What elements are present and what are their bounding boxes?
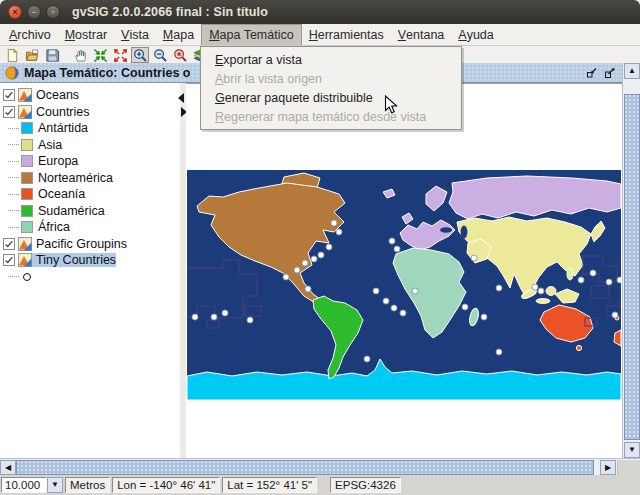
menu-item-regenerar-mapa-tematico: Regenerar mapa temático desde vista [201, 107, 461, 126]
world-map[interactable] [187, 170, 621, 400]
java-shape [536, 299, 550, 304]
layer-tree-panel: Oceans Countries Antártida Asia [0, 83, 180, 458]
menu-vista[interactable]: Vista [114, 24, 156, 45]
epsg-badge: EPSG:4326 [330, 477, 401, 493]
legend-swatch [21, 172, 33, 184]
minimize-icon[interactable]: − [27, 5, 41, 19]
layer-label: Countries [36, 105, 90, 119]
legend-label: Europa [38, 154, 78, 168]
scale-input[interactable]: 10.000 [1, 477, 47, 493]
legend-row-europa[interactable]: Europa [0, 153, 180, 170]
scroll-left-icon[interactable]: ◀ [0, 460, 16, 475]
menu-archivo[interactable]: Archivo [2, 24, 58, 45]
philippines-shape [567, 268, 573, 280]
menu-item-exportar-a-vista[interactable]: Exportar a vista [201, 50, 461, 69]
legend-label: Oceanía [38, 187, 85, 201]
tree-connector [8, 144, 19, 145]
mouse-cursor-icon [384, 95, 398, 115]
longitude-readout: Lon = -140° 46' 41" [112, 477, 220, 493]
layer-checkbox[interactable] [3, 89, 15, 101]
black-sea [440, 227, 452, 233]
window-title: gvSIG 2.0.0.2066 final : Sin título [72, 5, 268, 19]
tree-connector [8, 194, 19, 195]
borneo-shape [546, 287, 556, 296]
legend-row-antartida[interactable]: Antártida [0, 120, 180, 137]
save-icon[interactable] [43, 47, 61, 63]
layer-row-pacific-groupins[interactable]: Pacific Groupins [0, 236, 180, 253]
scroll-up-icon[interactable]: ▲ [624, 63, 640, 79]
legend-swatch [21, 188, 33, 200]
legend-swatch [21, 205, 33, 217]
menu-ayuda[interactable]: Ayuda [451, 24, 500, 45]
layer-label: Oceans [36, 88, 79, 102]
zoom-previous-icon[interactable] [111, 47, 129, 63]
legend-label: Norteamérica [38, 171, 113, 185]
scale-dropdown-icon[interactable]: ▼ [47, 477, 63, 493]
close-icon[interactable]: × [8, 5, 22, 19]
tree-connector [8, 128, 19, 129]
layer-icon [18, 253, 32, 267]
menu-item-generar-paquete-distribuible[interactable]: Generar paquete distribuible [201, 88, 461, 107]
mapa-tematico-menu: Exportar a vista Abrir la vista origen G… [200, 46, 462, 130]
menu-mostrar[interactable]: Mostrar [58, 24, 114, 45]
legend-label: Antártida [38, 121, 88, 135]
selected-layer-highlight: Tiny Countries [18, 253, 116, 267]
menubar: Archivo Mostrar Vista Mapa Mapa Temático… [0, 24, 640, 46]
horizontal-scrollbar[interactable]: ◀ ▶ [0, 458, 640, 475]
legend-row-point-symbol[interactable] [0, 269, 180, 286]
legend-row-africa[interactable]: África [0, 219, 180, 236]
new-document-icon[interactable] [3, 47, 21, 63]
menu-herramientas[interactable]: Herramientas [302, 24, 391, 45]
latitude-readout: Lat = 152° 41' 5" [222, 477, 317, 493]
tree-connector [8, 276, 19, 277]
layer-checkbox[interactable] [3, 254, 15, 266]
layer-checkbox[interactable] [3, 238, 15, 250]
tree-connector [8, 227, 19, 228]
zoom-out-icon[interactable] [151, 47, 169, 63]
layer-checkbox[interactable] [3, 106, 15, 118]
vertical-scrollbar-thumb[interactable] [624, 94, 640, 440]
legend-row-asia[interactable]: Asia [0, 137, 180, 154]
restore-window-icon[interactable] [586, 67, 598, 79]
layer-row-countries[interactable]: Countries [0, 104, 180, 121]
menu-ventana[interactable]: Ventana [391, 24, 452, 45]
scroll-down-icon[interactable]: ▼ [624, 442, 640, 458]
document-window-title: Mapa Temático: Countries o [24, 66, 190, 80]
zoom-extent-icon[interactable] [91, 47, 109, 63]
zoom-in-icon[interactable] [131, 47, 149, 63]
legend-swatch [21, 221, 33, 233]
menu-mapa-tematico[interactable]: Mapa Temático [201, 24, 302, 45]
legend-label: Asia [38, 138, 62, 152]
legend-swatch [21, 139, 33, 151]
gvsig-application-window: × − ▫ gvSIG 2.0.0.2066 final : Sin títul… [0, 0, 640, 495]
units-box: Metros [65, 477, 110, 493]
splitter-collapse-left-icon[interactable] [178, 93, 184, 103]
gvsig-document-icon [5, 66, 19, 80]
tree-connector [8, 161, 19, 162]
scroll-right-icon[interactable]: ▶ [600, 460, 616, 475]
maximize-window-icon[interactable] [604, 67, 616, 79]
layer-icon [18, 237, 32, 251]
maximize-icon[interactable]: ▫ [46, 5, 60, 19]
legend-swatch [21, 155, 33, 167]
open-project-icon[interactable] [23, 47, 41, 63]
legend-row-norteamerica[interactable]: Norteamérica [0, 170, 180, 187]
zoom-selection-icon[interactable] [171, 47, 189, 63]
point-symbol-icon [23, 273, 31, 281]
layer-row-tiny-countries[interactable]: Tiny Countries [0, 252, 180, 269]
pan-tool-icon[interactable] [71, 47, 89, 63]
menu-mapa[interactable]: Mapa [156, 24, 201, 45]
map-view[interactable] [186, 83, 622, 458]
horizontal-scrollbar-thumb[interactable] [16, 460, 594, 475]
legend-label: Sudamérica [38, 204, 105, 218]
os-titlebar: × − ▫ gvSIG 2.0.0.2066 final : Sin títul… [0, 0, 640, 24]
statusbar: 10.000 ▼ Metros Lon = -140° 46' 41" Lat … [0, 475, 640, 495]
layer-row-oceans[interactable]: Oceans [0, 87, 180, 104]
layer-icon [18, 88, 32, 102]
legend-swatch [21, 122, 33, 134]
menu-item-abrir-la-vista-origen: Abrir la vista origen [201, 69, 461, 88]
vertical-scrollbar[interactable]: ▲ ▼ [622, 63, 640, 458]
document-window-content: Oceans Countries Antártida Asia [0, 83, 622, 458]
legend-row-oceania[interactable]: Oceanía [0, 186, 180, 203]
legend-row-sudamerica[interactable]: Sudamérica [0, 203, 180, 220]
